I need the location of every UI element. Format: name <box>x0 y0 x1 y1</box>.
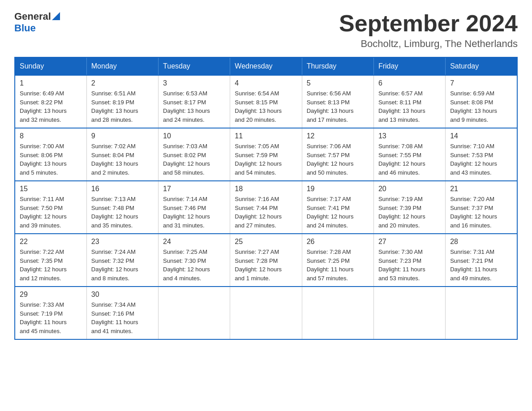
week-row-2: 8Sunrise: 7:00 AM Sunset: 8:06 PM Daylig… <box>15 128 517 181</box>
day-info: Sunrise: 7:05 AM Sunset: 7:59 PM Dayligh… <box>235 142 297 177</box>
day-cell-10: 10Sunrise: 7:03 AM Sunset: 8:02 PM Dayli… <box>159 128 230 181</box>
day-number: 19 <box>307 185 369 193</box>
day-info: Sunrise: 6:59 AM Sunset: 8:08 PM Dayligh… <box>450 89 512 124</box>
day-number: 22 <box>20 238 82 246</box>
weekday-header-wednesday: Wednesday <box>230 57 302 75</box>
weekday-header-sunday: Sunday <box>15 57 86 75</box>
day-info: Sunrise: 7:33 AM Sunset: 7:19 PM Dayligh… <box>20 300 82 335</box>
day-cell-6: 6Sunrise: 6:57 AM Sunset: 8:11 PM Daylig… <box>373 75 445 128</box>
day-cell-28: 28Sunrise: 7:31 AM Sunset: 7:21 PM Dayli… <box>446 234 517 287</box>
day-info: Sunrise: 7:24 AM Sunset: 7:32 PM Dayligh… <box>91 248 154 283</box>
day-cell-13: 13Sunrise: 7:08 AM Sunset: 7:55 PM Dayli… <box>373 128 445 181</box>
day-cell-12: 12Sunrise: 7:06 AM Sunset: 7:57 PM Dayli… <box>302 128 373 181</box>
day-number: 25 <box>235 238 297 246</box>
day-info: Sunrise: 7:30 AM Sunset: 7:23 PM Dayligh… <box>378 248 441 283</box>
day-number: 5 <box>307 79 369 87</box>
day-info: Sunrise: 6:53 AM Sunset: 8:17 PM Dayligh… <box>163 89 225 124</box>
day-number: 28 <box>450 238 512 246</box>
day-info: Sunrise: 7:02 AM Sunset: 8:04 PM Dayligh… <box>91 142 154 177</box>
day-info: Sunrise: 7:16 AM Sunset: 7:44 PM Dayligh… <box>235 195 297 230</box>
day-number: 21 <box>450 185 512 193</box>
logo-general-text: General <box>14 11 51 22</box>
day-info: Sunrise: 7:22 AM Sunset: 7:35 PM Dayligh… <box>20 248 82 283</box>
day-number: 15 <box>20 185 82 193</box>
empty-cell <box>159 287 230 339</box>
week-row-1: 1Sunrise: 6:49 AM Sunset: 8:22 PM Daylig… <box>15 75 517 128</box>
day-number: 18 <box>235 185 297 193</box>
day-number: 16 <box>91 185 154 193</box>
day-number: 3 <box>163 79 225 87</box>
day-cell-27: 27Sunrise: 7:30 AM Sunset: 7:23 PM Dayli… <box>373 234 445 287</box>
day-cell-24: 24Sunrise: 7:25 AM Sunset: 7:30 PM Dayli… <box>159 234 230 287</box>
day-cell-1: 1Sunrise: 6:49 AM Sunset: 8:22 PM Daylig… <box>15 75 86 128</box>
weekday-header-monday: Monday <box>86 57 158 75</box>
day-number: 11 <box>235 132 297 140</box>
day-cell-2: 2Sunrise: 6:51 AM Sunset: 8:19 PM Daylig… <box>86 75 158 128</box>
day-cell-3: 3Sunrise: 6:53 AM Sunset: 8:17 PM Daylig… <box>159 75 230 128</box>
day-number: 4 <box>235 79 297 87</box>
day-cell-18: 18Sunrise: 7:16 AM Sunset: 7:44 PM Dayli… <box>230 181 302 234</box>
day-info: Sunrise: 7:17 AM Sunset: 7:41 PM Dayligh… <box>307 195 369 230</box>
month-title: September 2024 <box>339 11 518 36</box>
day-info: Sunrise: 7:08 AM Sunset: 7:55 PM Dayligh… <box>378 142 441 177</box>
day-cell-4: 4Sunrise: 6:54 AM Sunset: 8:15 PM Daylig… <box>230 75 302 128</box>
day-number: 6 <box>378 79 441 87</box>
day-cell-7: 7Sunrise: 6:59 AM Sunset: 8:08 PM Daylig… <box>446 75 517 128</box>
empty-cell <box>446 287 517 339</box>
calendar-header: SundayMondayTuesdayWednesdayThursdayFrid… <box>15 57 517 75</box>
logo: General Blue <box>14 11 60 34</box>
day-cell-5: 5Sunrise: 6:56 AM Sunset: 8:13 PM Daylig… <box>302 75 373 128</box>
day-info: Sunrise: 7:25 AM Sunset: 7:30 PM Dayligh… <box>163 248 225 283</box>
day-info: Sunrise: 7:13 AM Sunset: 7:48 PM Dayligh… <box>91 195 154 230</box>
weekday-header-friday: Friday <box>373 57 445 75</box>
weekday-header-tuesday: Tuesday <box>159 57 230 75</box>
day-cell-25: 25Sunrise: 7:27 AM Sunset: 7:28 PM Dayli… <box>230 234 302 287</box>
day-cell-23: 23Sunrise: 7:24 AM Sunset: 7:32 PM Dayli… <box>86 234 158 287</box>
day-cell-26: 26Sunrise: 7:28 AM Sunset: 7:25 PM Dayli… <box>302 234 373 287</box>
day-number: 8 <box>20 132 82 140</box>
logo-triangle-icon <box>52 12 60 20</box>
svg-marker-0 <box>52 12 60 20</box>
week-row-3: 15Sunrise: 7:11 AM Sunset: 7:50 PM Dayli… <box>15 181 517 234</box>
weekday-header-saturday: Saturday <box>446 57 517 75</box>
day-cell-8: 8Sunrise: 7:00 AM Sunset: 8:06 PM Daylig… <box>15 128 86 181</box>
day-info: Sunrise: 7:20 AM Sunset: 7:37 PM Dayligh… <box>450 195 512 230</box>
day-cell-11: 11Sunrise: 7:05 AM Sunset: 7:59 PM Dayli… <box>230 128 302 181</box>
day-info: Sunrise: 7:10 AM Sunset: 7:53 PM Dayligh… <box>450 142 512 177</box>
day-info: Sunrise: 7:34 AM Sunset: 7:16 PM Dayligh… <box>91 300 154 335</box>
day-info: Sunrise: 6:57 AM Sunset: 8:11 PM Dayligh… <box>378 89 441 124</box>
day-number: 29 <box>20 291 82 299</box>
calendar-table: SundayMondayTuesdayWednesdayThursdayFrid… <box>14 57 518 340</box>
day-cell-29: 29Sunrise: 7:33 AM Sunset: 7:19 PM Dayli… <box>15 287 86 339</box>
empty-cell <box>302 287 373 339</box>
day-info: Sunrise: 7:14 AM Sunset: 7:46 PM Dayligh… <box>163 195 225 230</box>
week-row-4: 22Sunrise: 7:22 AM Sunset: 7:35 PM Dayli… <box>15 234 517 287</box>
day-info: Sunrise: 6:51 AM Sunset: 8:19 PM Dayligh… <box>91 89 154 124</box>
day-number: 23 <box>91 238 154 246</box>
day-number: 1 <box>20 79 82 87</box>
day-number: 9 <box>91 132 154 140</box>
day-number: 14 <box>450 132 512 140</box>
day-cell-22: 22Sunrise: 7:22 AM Sunset: 7:35 PM Dayli… <box>15 234 86 287</box>
location-subtitle: Bocholtz, Limburg, The Netherlands <box>339 38 518 50</box>
empty-cell <box>230 287 302 339</box>
day-number: 30 <box>91 291 154 299</box>
day-cell-9: 9Sunrise: 7:02 AM Sunset: 8:04 PM Daylig… <box>86 128 158 181</box>
day-info: Sunrise: 7:28 AM Sunset: 7:25 PM Dayligh… <box>307 248 369 283</box>
day-number: 13 <box>378 132 441 140</box>
day-number: 20 <box>378 185 441 193</box>
day-info: Sunrise: 7:31 AM Sunset: 7:21 PM Dayligh… <box>450 248 512 283</box>
day-cell-14: 14Sunrise: 7:10 AM Sunset: 7:53 PM Dayli… <box>446 128 517 181</box>
day-info: Sunrise: 6:49 AM Sunset: 8:22 PM Dayligh… <box>20 89 82 124</box>
day-info: Sunrise: 6:56 AM Sunset: 8:13 PM Dayligh… <box>307 89 369 124</box>
day-cell-16: 16Sunrise: 7:13 AM Sunset: 7:48 PM Dayli… <box>86 181 158 234</box>
day-info: Sunrise: 7:27 AM Sunset: 7:28 PM Dayligh… <box>235 248 297 283</box>
day-info: Sunrise: 7:00 AM Sunset: 8:06 PM Dayligh… <box>20 142 82 177</box>
day-number: 10 <box>163 132 225 140</box>
day-number: 27 <box>378 238 441 246</box>
title-section: September 2024 Bocholtz, Limburg, The Ne… <box>339 11 518 50</box>
day-info: Sunrise: 7:19 AM Sunset: 7:39 PM Dayligh… <box>378 195 441 230</box>
empty-cell <box>373 287 445 339</box>
day-cell-19: 19Sunrise: 7:17 AM Sunset: 7:41 PM Dayli… <box>302 181 373 234</box>
page-header: General Blue September 2024 Bocholtz, Li… <box>14 11 518 50</box>
